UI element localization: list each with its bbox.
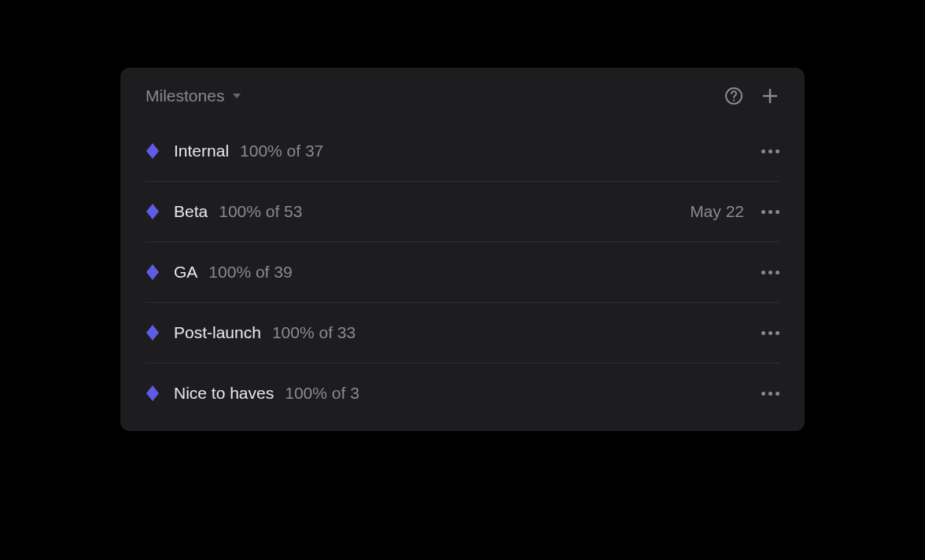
milestone-row-left: Internal 100% of 37 <box>146 142 323 160</box>
milestone-row-right <box>761 271 779 274</box>
milestone-row[interactable]: Beta 100% of 53 May 22 <box>146 182 779 242</box>
caret-down-icon <box>232 92 241 100</box>
diamond-icon <box>146 386 160 400</box>
diamond-icon <box>146 265 160 279</box>
more-button[interactable] <box>761 271 779 274</box>
milestone-row-left: Beta 100% of 53 <box>146 202 302 221</box>
milestone-progress: 100% of 37 <box>240 142 323 160</box>
dots-icon <box>761 271 779 274</box>
milestone-name: Nice to haves <box>174 384 274 403</box>
more-button[interactable] <box>761 392 779 396</box>
panel-header: Milestones <box>120 68 805 121</box>
milestone-name: Beta <box>174 202 208 221</box>
milestone-row[interactable]: Nice to haves 100% of 3 <box>146 363 779 423</box>
more-button[interactable] <box>761 210 779 214</box>
milestone-progress: 100% of 3 <box>285 384 359 403</box>
milestone-name: Post-launch <box>174 323 261 342</box>
milestones-panel: Milestones <box>120 68 805 431</box>
milestone-row-right <box>761 331 779 335</box>
milestone-row-left: GA 100% of 39 <box>146 263 293 282</box>
header-actions <box>724 87 779 105</box>
milestone-row-left: Post-launch 100% of 33 <box>146 323 356 342</box>
milestone-row-left: Nice to haves 100% of 3 <box>146 384 359 403</box>
milestone-name: Internal <box>174 142 229 160</box>
svg-point-1 <box>733 99 735 101</box>
milestone-row[interactable]: Post-launch 100% of 33 <box>146 303 779 363</box>
more-button[interactable] <box>761 149 779 153</box>
dots-icon <box>761 210 779 214</box>
diamond-icon <box>146 204 160 219</box>
diamond-icon <box>146 326 160 340</box>
milestone-row[interactable]: GA 100% of 39 <box>146 242 779 303</box>
dots-icon <box>761 392 779 396</box>
milestone-date: May 22 <box>690 202 744 221</box>
milestone-list: Internal 100% of 37 Beta 10 <box>120 121 805 431</box>
header-title-group[interactable]: Milestones <box>146 87 241 105</box>
plus-icon <box>761 87 779 105</box>
milestone-progress: 100% of 39 <box>208 263 292 282</box>
dots-icon <box>761 331 779 335</box>
diamond-icon <box>146 144 160 158</box>
add-button[interactable] <box>761 87 779 105</box>
milestone-row[interactable]: Internal 100% of 37 <box>146 121 779 182</box>
dots-icon <box>761 149 779 153</box>
milestone-row-right <box>761 392 779 396</box>
help-icon <box>724 87 743 105</box>
milestone-progress: 100% of 53 <box>219 202 302 221</box>
milestone-progress: 100% of 33 <box>272 323 356 342</box>
more-button[interactable] <box>761 331 779 335</box>
milestone-name: GA <box>174 263 197 282</box>
milestone-row-right: May 22 <box>690 202 779 221</box>
milestone-row-right <box>761 149 779 153</box>
panel-title: Milestones <box>146 87 224 105</box>
help-button[interactable] <box>724 87 743 105</box>
